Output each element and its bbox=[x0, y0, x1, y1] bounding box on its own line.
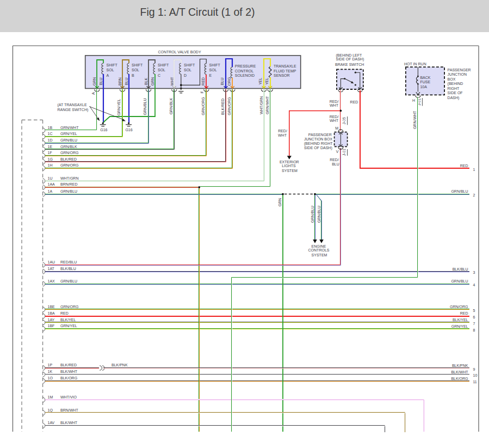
svg-text:EXTERIOR: EXTERIOR bbox=[280, 160, 299, 164]
svg-text:WHT: WHT bbox=[170, 77, 174, 86]
svg-text:SHIFT: SHIFT bbox=[132, 63, 143, 67]
svg-text:C: C bbox=[158, 73, 160, 77]
svg-text:A: A bbox=[107, 73, 109, 77]
svg-text:SIDE OF DASH): SIDE OF DASH) bbox=[304, 146, 332, 150]
svg-text:1A: 1A bbox=[48, 189, 53, 193]
svg-text:(AT TRANSAXLE: (AT TRANSAXLE bbox=[58, 103, 87, 107]
svg-text:G16: G16 bbox=[125, 128, 132, 132]
svg-text:10A: 10A bbox=[420, 85, 427, 89]
svg-text:4: 4 bbox=[473, 283, 475, 287]
svg-text:SHIFT: SHIFT bbox=[209, 63, 221, 67]
svg-text:GRN/BLU: GRN/BLU bbox=[143, 98, 147, 115]
svg-text:BLU: BLU bbox=[125, 78, 128, 85]
svg-text:1B: 1B bbox=[48, 126, 53, 130]
svg-text:WHT: WHT bbox=[330, 103, 339, 107]
svg-text:RED/: RED/ bbox=[330, 158, 339, 162]
svg-text:ORG: ORG bbox=[227, 77, 231, 86]
svg-text:GRN/BLU: GRN/BLU bbox=[451, 189, 468, 193]
svg-text:1AX: 1AX bbox=[48, 279, 55, 283]
svg-text:1: 1 bbox=[473, 168, 475, 171]
svg-text:1AA: 1AA bbox=[48, 182, 55, 186]
svg-text:WHT/VIO: WHT/VIO bbox=[60, 395, 77, 399]
svg-text:BLK/BLU: BLK/BLU bbox=[453, 267, 468, 271]
svg-text:GRN/BLU: GRN/BLU bbox=[60, 189, 77, 193]
svg-text:1AT: 1AT bbox=[48, 267, 55, 271]
svg-text:GRN: GRN bbox=[92, 77, 96, 86]
svg-text:1E: 1E bbox=[48, 145, 53, 149]
svg-text:TRANSAXLE: TRANSAXLE bbox=[274, 64, 296, 68]
svg-text:(BEHIND RIGHT: (BEHIND RIGHT bbox=[304, 142, 333, 146]
svg-text:1K: 1K bbox=[48, 370, 53, 373]
svg-text:GRN/YEL: GRN/YEL bbox=[60, 324, 77, 328]
svg-text:Fig 1: A/T Circuit (1 of 2): Fig 1: A/T Circuit (1 of 2) bbox=[140, 6, 255, 18]
svg-text:CONTROL: CONTROL bbox=[235, 69, 253, 73]
svg-text:6: 6 bbox=[473, 315, 475, 319]
svg-text:RED: RED bbox=[60, 311, 69, 315]
svg-text:GRN/BLU: GRN/BLU bbox=[311, 206, 314, 223]
svg-text:RED/: RED/ bbox=[330, 100, 339, 103]
svg-text:1C: 1C bbox=[48, 132, 53, 136]
svg-text:BLK: BLK bbox=[144, 78, 148, 85]
svg-text:GRN/YEL: GRN/YEL bbox=[117, 99, 121, 116]
svg-text:GRN/BLU: GRN/BLU bbox=[451, 279, 468, 283]
svg-text:RED: RED bbox=[460, 311, 468, 315]
svg-text:SENSOR: SENSOR bbox=[274, 73, 290, 77]
svg-text:WHT/GRN: WHT/GRN bbox=[259, 96, 263, 114]
svg-text:ENGINE: ENGINE bbox=[312, 244, 326, 248]
svg-text:RANGE SWITCH): RANGE SWITCH) bbox=[58, 108, 89, 112]
svg-text:M: M bbox=[335, 126, 338, 130]
svg-text:BLK/PNK: BLK/PNK bbox=[452, 364, 468, 367]
svg-text:11: 11 bbox=[473, 380, 477, 384]
svg-text:BLK/RED: BLK/RED bbox=[60, 363, 77, 367]
svg-text:RED: RED bbox=[460, 164, 468, 168]
svg-text:GRN/ORG: GRN/ORG bbox=[60, 163, 78, 167]
svg-text:JUNCTION BOX: JUNCTION BOX bbox=[304, 137, 332, 141]
svg-text:BACK: BACK bbox=[420, 76, 430, 79]
svg-text:GRN/ORG: GRN/ORG bbox=[450, 305, 468, 309]
svg-text:GRN/WHT: GRN/WHT bbox=[413, 111, 417, 129]
svg-text:GRN/YEL: GRN/YEL bbox=[60, 132, 77, 136]
svg-text:3: 3 bbox=[473, 271, 475, 274]
svg-text:BLU: BLU bbox=[332, 162, 339, 166]
svg-text:BRN: BRN bbox=[118, 77, 122, 85]
svg-text:RED: RED bbox=[350, 100, 358, 104]
svg-text:SOL: SOL bbox=[209, 68, 217, 72]
svg-text:1F: 1F bbox=[48, 151, 52, 155]
svg-text:B: B bbox=[132, 73, 134, 77]
svg-text:GRN/BLU: GRN/BLU bbox=[60, 279, 77, 283]
svg-text:GRN/BLU: GRN/BLU bbox=[60, 138, 77, 142]
svg-text:GRN: GRN bbox=[151, 77, 154, 86]
svg-text:1AU: 1AU bbox=[48, 260, 55, 264]
svg-text:1U: 1U bbox=[48, 176, 53, 180]
svg-text:BLK/WHT: BLK/WHT bbox=[60, 370, 78, 373]
svg-text:10: 10 bbox=[473, 373, 478, 377]
svg-text:RED/: RED/ bbox=[278, 129, 287, 133]
svg-text:F: F bbox=[200, 91, 204, 93]
svg-text:BLK/RED: BLK/RED bbox=[60, 157, 77, 161]
svg-text:5: 5 bbox=[473, 309, 475, 312]
svg-text:BLU: BLU bbox=[99, 78, 103, 85]
svg-text:V: V bbox=[336, 150, 339, 154]
svg-text:J-05: J-05 bbox=[342, 117, 346, 124]
svg-text:1P: 1P bbox=[48, 363, 53, 367]
svg-text:2: 2 bbox=[473, 193, 475, 197]
svg-text:GRN/BLK: GRN/BLK bbox=[169, 97, 173, 114]
svg-text:JUNCTION: JUNCTION bbox=[448, 72, 467, 76]
svg-text:BLK/ORG: BLK/ORG bbox=[60, 376, 77, 380]
svg-text:1Q: 1Q bbox=[48, 408, 53, 413]
svg-text:1BA: 1BA bbox=[48, 311, 55, 315]
svg-text:SOL: SOL bbox=[184, 68, 191, 72]
svg-text:GRN/WHT: GRN/WHT bbox=[265, 96, 269, 114]
svg-text:RED/BLU: RED/BLU bbox=[60, 260, 77, 264]
svg-text:9: 9 bbox=[473, 367, 475, 371]
svg-text:RED: RED bbox=[201, 77, 205, 85]
svg-text:BRN/RED: BRN/RED bbox=[60, 182, 78, 186]
svg-text:G16: G16 bbox=[100, 128, 107, 132]
svg-text:J-01: J-01 bbox=[342, 149, 346, 156]
svg-text:SHIFT: SHIFT bbox=[158, 63, 169, 67]
svg-text:GRN/ORG: GRN/ORG bbox=[201, 97, 205, 115]
svg-text:GRN/BLK: GRN/BLK bbox=[60, 145, 77, 149]
svg-text:BLK/ORG: BLK/ORG bbox=[451, 377, 468, 381]
svg-text:1O: 1O bbox=[48, 376, 53, 380]
svg-text:SOL: SOL bbox=[158, 68, 165, 72]
